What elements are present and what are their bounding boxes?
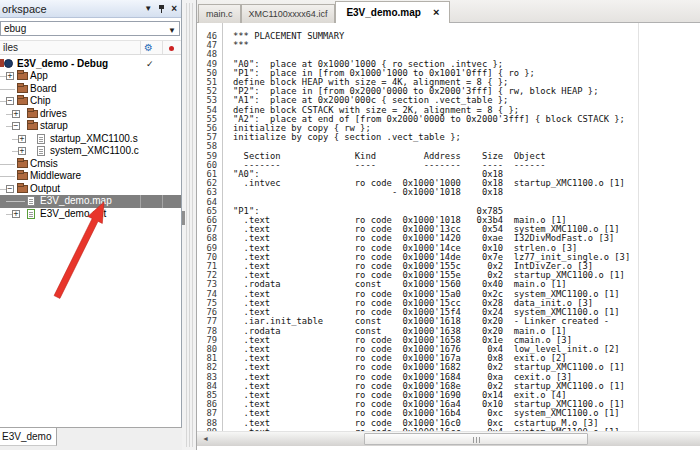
tree-connector — [0, 164, 15, 165]
folder-icon — [27, 110, 38, 118]
scrollbar-thumb[interactable] — [364, 433, 588, 445]
tree-item-label: Output — [30, 183, 60, 196]
tree-item-e3v-demo-debug[interactable]: E3V_demo - Debug✓ — [0, 58, 181, 71]
workspace-tab-strip: E3V_demo — [0, 427, 196, 450]
workspace-panel: orkspace ▼ × ebug ▼ iles ⚙ E3V_demo - De… — [0, 0, 182, 450]
tree-item-label: E3V_demo - Debug — [17, 58, 108, 71]
active-check-icon: ✓ — [146, 58, 154, 71]
folder-icon — [17, 97, 28, 105]
file-out-icon — [27, 209, 35, 219]
tree-item-app[interactable]: +App — [0, 70, 181, 83]
horizontal-scrollbar[interactable]: ◄ — [197, 431, 700, 446]
map-file-text[interactable]: *** PLACEMENT SUMMARY *** "A0": place at… — [233, 32, 630, 431]
collapse-icon[interactable]: − — [6, 97, 14, 105]
tree-item-label: system_XMC1100.c — [50, 145, 139, 158]
editor-content[interactable]: 46 47 48 49 50 51 52 53 54 55 56 57 58 5… — [197, 23, 700, 431]
tree-item-label: Middleware — [30, 170, 81, 183]
tree-item-cmsis[interactable]: Cmsis — [0, 158, 181, 171]
folder-icon — [17, 185, 28, 193]
folder-icon — [17, 85, 28, 93]
tree-item-label: Chip — [30, 95, 51, 108]
tree-item-starup[interactable]: −starup — [0, 120, 181, 133]
scrollbar-grip — [473, 437, 480, 443]
folder-icon — [17, 72, 28, 80]
editor-tab-main-c[interactable]: main.c — [198, 4, 241, 23]
tree-connector — [0, 176, 15, 177]
panel-splitter[interactable] — [182, 0, 196, 450]
splitter-handle[interactable] — [182, 211, 185, 225]
editor-tab-xmc1100xxxx64-icf[interactable]: XMC1100xxxx64.icf — [241, 4, 336, 23]
expand-icon[interactable]: + — [12, 110, 20, 118]
file-map-icon — [27, 196, 35, 206]
folder-icon — [17, 160, 28, 168]
tree-item-label: Board — [30, 83, 57, 96]
project-icon — [4, 59, 13, 68]
editor-tab-bar: main.cXMC1100xxxx64.icfE3V_demo.map× — [197, 0, 700, 23]
expand-icon[interactable]: + — [18, 135, 26, 143]
editor-window: main.cXMC1100xxxx64.icfE3V_demo.map× 46 … — [196, 0, 700, 450]
tree-item-label: drives — [40, 108, 67, 121]
tree-item-chip[interactable]: −Chip — [0, 95, 181, 108]
folder-icon — [27, 122, 38, 130]
collapse-icon[interactable]: − — [6, 185, 14, 193]
workspace-root-icon-partial — [0, 59, 4, 67]
tree-item-drives[interactable]: +drives — [0, 108, 181, 121]
tree-connector — [0, 89, 15, 90]
tree-item-label: starup — [40, 120, 68, 133]
tree-connector — [6, 201, 25, 202]
expand-icon[interactable]: + — [18, 147, 26, 155]
tree-item-label: E3V_demo.out — [40, 208, 106, 221]
tree-item-label: App — [30, 70, 48, 83]
tree-item-output[interactable]: −Output — [0, 183, 181, 196]
tab-label: main.c — [206, 9, 233, 19]
tree-item-label: startup_XMC1100.s — [50, 133, 138, 146]
tree-item-label: E3V_demo.map — [40, 195, 112, 208]
expand-icon[interactable]: + — [12, 210, 20, 218]
file-icon — [37, 134, 45, 144]
tree-item-startup-xmc1100-s[interactable]: +startup_XMC1100.s — [0, 133, 181, 146]
tree-item-middleware[interactable]: Middleware — [0, 170, 181, 183]
tree-item-system-xmc1100-c[interactable]: +system_XMC1100.c — [0, 145, 181, 158]
tab-label: XMC1100xxxx64.icf — [249, 9, 328, 19]
print-margin-line — [638, 23, 639, 431]
close-tab-icon[interactable]: × — [433, 6, 439, 18]
tree-item-e3v-demo-map[interactable]: E3V_demo.map — [0, 195, 181, 208]
editor-tab-e3v-demo-map[interactable]: E3V_demo.map× — [335, 1, 450, 23]
gutter-separator — [222, 23, 223, 431]
tree-item-e3v-demo-out[interactable]: +E3V_demo.out — [0, 208, 181, 221]
scroll-left-icon[interactable]: ◄ — [199, 433, 212, 445]
file-icon — [37, 146, 45, 156]
project-tree: E3V_demo - Debug✓+AppBoard−Chip+drives−s… — [0, 0, 181, 427]
tab-label: E3V_demo.map — [346, 7, 420, 18]
collapse-icon[interactable]: − — [12, 122, 20, 130]
folder-icon — [17, 172, 28, 180]
tree-item-board[interactable]: Board — [0, 83, 181, 96]
line-numbers: 46 47 48 49 50 51 52 53 54 55 56 57 58 5… — [197, 32, 217, 431]
expand-icon[interactable]: + — [6, 72, 14, 80]
tree-item-label: Cmsis — [30, 158, 58, 171]
workspace-bottom-tab[interactable]: E3V_demo — [0, 428, 57, 446]
